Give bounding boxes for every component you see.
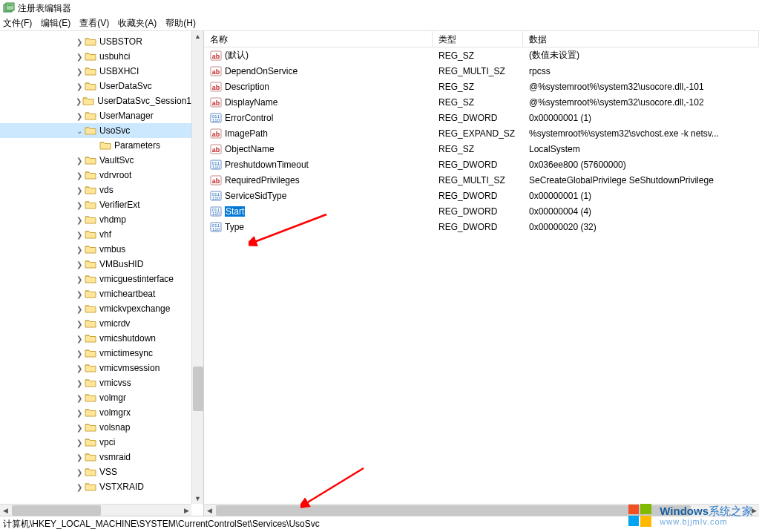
tree-item[interactable]: ❯USBSTOR	[0, 34, 191, 49]
expander-icon[interactable]: ❯	[74, 66, 85, 76]
expander-icon[interactable]: ❯	[74, 289, 85, 299]
tree-item[interactable]: ❯vhf	[0, 227, 191, 242]
list-row[interactable]: abDisplayNameREG_SZ@%systemroot%\system3…	[204, 94, 759, 110]
tree-item[interactable]: ❯vhdmp	[0, 212, 191, 227]
menu-favorites[interactable]: 收藏夹(A)	[118, 17, 157, 30]
tree-item[interactable]: ❯volsnap	[0, 420, 191, 435]
tree-item[interactable]: ❯usbuhci	[0, 49, 191, 64]
tree-item[interactable]: ❯volmgrx	[0, 405, 191, 420]
menu-edit[interactable]: 编辑(E)	[41, 17, 70, 30]
tree-vscrollbar[interactable]: ▲ ▼	[191, 31, 203, 504]
expander-icon[interactable]: ❯	[74, 274, 85, 284]
tree-item[interactable]: ❯vmictimesync	[0, 346, 191, 361]
list-row[interactable]: ab(默认)REG_SZ(数值未设置)	[204, 47, 759, 63]
tree-item[interactable]: ❯vdrvroot	[0, 168, 191, 183]
tree-item[interactable]: Parameters	[0, 138, 191, 153]
value-name: ServiceSidType	[225, 191, 286, 201]
expander-icon[interactable]: ❯	[74, 437, 85, 447]
expander-icon[interactable]: ❯	[74, 452, 85, 462]
list-row[interactable]: 011110ServiceSidTypeREG_DWORD0x00000001 …	[204, 188, 759, 203]
expander-icon[interactable]: ❯	[74, 259, 85, 269]
scroll-thumb[interactable]	[216, 505, 691, 516]
registry-tree[interactable]: ❯USBSTOR❯usbuhci❯USBXHCI❯UserDataSvc❯Use…	[0, 31, 191, 504]
tree-hscrollbar[interactable]: ◀ ▶	[0, 504, 191, 516]
list-row[interactable]: 011110ErrorControlREG_DWORD0x00000001 (1…	[204, 110, 759, 125]
expander-icon[interactable]: ❯	[74, 318, 85, 329]
tree-item[interactable]: ❯vds	[0, 183, 191, 197]
tree-item[interactable]: ⌄UsoSvc	[0, 123, 191, 138]
expander-icon[interactable]: ❯	[74, 155, 85, 165]
menu-view[interactable]: 查看(V)	[79, 17, 109, 30]
expander-icon[interactable]: ❯	[74, 185, 85, 195]
expander-icon[interactable]: ❯	[74, 378, 85, 388]
menu-file[interactable]: 文件(F)	[3, 17, 32, 30]
expander-icon[interactable]: ❯	[74, 81, 85, 91]
tree-item[interactable]: ❯vmicvmsession	[0, 361, 191, 375]
tree-item[interactable]: ❯vmicrdv	[0, 316, 191, 331]
list-row[interactable]: 011110TypeREG_DWORD0x00000020 (32)	[204, 219, 759, 234]
value-data: 0x00000001 (1)	[523, 191, 759, 201]
expander-icon[interactable]: ❯	[74, 482, 85, 492]
expander-icon[interactable]: ❯	[74, 467, 85, 477]
tree-item[interactable]: ❯vmicvss	[0, 375, 191, 390]
list-row[interactable]: 011110StartREG_DWORD0x00000004 (4)	[204, 203, 759, 219]
expander-icon[interactable]: ❯	[74, 333, 85, 344]
menu-help[interactable]: 帮助(H)	[165, 17, 196, 30]
expander-icon[interactable]: ❯	[74, 393, 85, 403]
expander-icon[interactable]: ❯	[74, 244, 85, 254]
expander-icon[interactable]: ⌄	[74, 125, 85, 136]
folder-icon	[85, 51, 96, 62]
col-header-type[interactable]: 类型	[433, 31, 523, 47]
tree-item[interactable]: ❯vmicshutdown	[0, 331, 191, 346]
expander-icon[interactable]: ❯	[74, 170, 85, 180]
expander-icon[interactable]	[89, 140, 99, 151]
tree-item[interactable]: ❯vpci	[0, 435, 191, 450]
list-row[interactable]: abObjectNameREG_SZLocalSystem	[204, 141, 759, 157]
list-row[interactable]: abImagePathREG_EXPAND_SZ%systemroot%\sys…	[204, 125, 759, 141]
tree-item[interactable]: ❯vsmraid	[0, 450, 191, 464]
expander-icon[interactable]: ❯	[74, 348, 85, 358]
tree-item[interactable]: ❯VSS	[0, 464, 191, 479]
expander-icon[interactable]: ❯	[74, 96, 82, 106]
tree-item[interactable]: ❯volmgr	[0, 390, 191, 405]
value-name: ErrorControl	[225, 113, 273, 123]
col-header-name[interactable]: 名称	[204, 31, 433, 47]
tree-item[interactable]: ❯vmicheartbeat	[0, 286, 191, 301]
scroll-up-icon[interactable]: ▲	[193, 31, 203, 42]
tree-item[interactable]: ❯vmickvpexchange	[0, 301, 191, 316]
tree-item[interactable]: ❯UserDataSvc	[0, 79, 191, 93]
tree-item[interactable]: ❯USBXHCI	[0, 64, 191, 79]
list-row[interactable]: abRequiredPrivilegesREG_MULTI_SZSeCreate…	[204, 172, 759, 188]
expander-icon[interactable]: ❯	[74, 200, 85, 210]
tree-item[interactable]: ❯vmicguestinterface	[0, 272, 191, 286]
scroll-left-icon[interactable]: ◀	[0, 505, 10, 516]
tree-item[interactable]: ❯UserDataSvc_Session1	[0, 93, 191, 108]
svg-rect-37	[640, 516, 651, 527]
tree-item[interactable]: ❯VaultSvc	[0, 153, 191, 168]
tree-item[interactable]: ❯VerifierExt	[0, 197, 191, 212]
expander-icon[interactable]: ❯	[74, 229, 85, 240]
tree-item[interactable]: ❯UserManager	[0, 108, 191, 123]
scroll-thumb[interactable]	[12, 505, 101, 516]
svg-text:ab: ab	[212, 53, 220, 60]
scroll-right-icon[interactable]: ▶	[181, 505, 191, 516]
expander-icon[interactable]: ❯	[74, 422, 85, 433]
scroll-down-icon[interactable]: ▼	[193, 493, 203, 504]
scroll-left-icon[interactable]: ◀	[204, 505, 214, 516]
list-row[interactable]: abDependOnServiceREG_MULTI_SZrpcss	[204, 63, 759, 79]
expander-icon[interactable]: ❯	[74, 303, 85, 314]
expander-icon[interactable]: ❯	[74, 51, 85, 62]
value-list[interactable]: ab(默认)REG_SZ(数值未设置)abDependOnServiceREG_…	[204, 47, 759, 504]
expander-icon[interactable]: ❯	[74, 36, 85, 47]
col-header-data[interactable]: 数据	[523, 31, 759, 47]
tree-item[interactable]: ❯vmbus	[0, 242, 191, 257]
expander-icon[interactable]: ❯	[74, 214, 85, 225]
tree-item[interactable]: ❯VMBusHID	[0, 257, 191, 272]
expander-icon[interactable]: ❯	[74, 407, 85, 418]
tree-item[interactable]: ❯VSTXRAID	[0, 479, 191, 494]
list-row[interactable]: abDescriptionREG_SZ@%systemroot%\system3…	[204, 79, 759, 94]
expander-icon[interactable]: ❯	[74, 363, 85, 373]
expander-icon[interactable]: ❯	[74, 111, 85, 121]
scroll-thumb[interactable]	[193, 367, 203, 411]
list-row[interactable]: 011110PreshutdownTimeoutREG_DWORD0x036ee…	[204, 157, 759, 172]
